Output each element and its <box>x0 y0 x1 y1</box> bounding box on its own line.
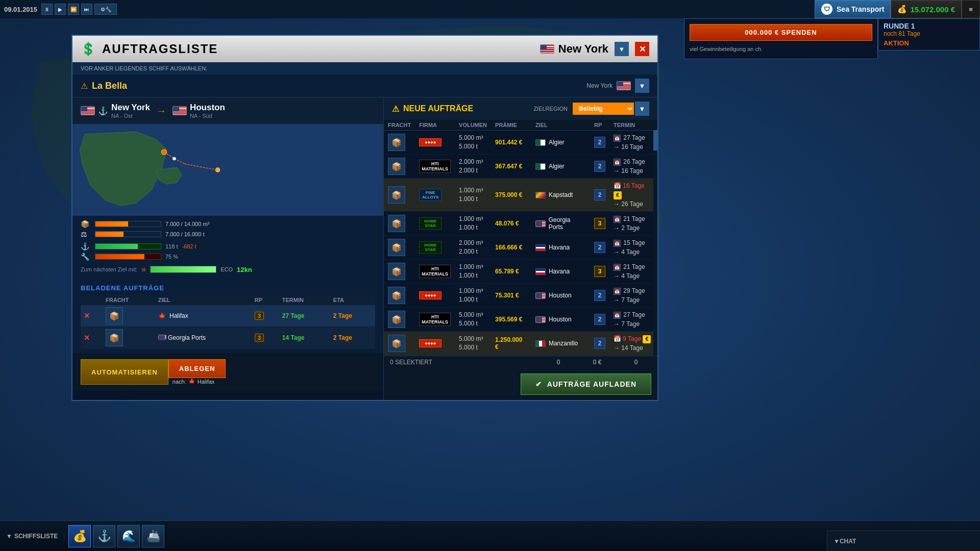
rp-col: 3 <box>252 305 279 327</box>
check-icon: ✔ <box>535 380 542 388</box>
company-badge: HTIMATERIALS <box>419 160 451 173</box>
new-orders-title: ⚠ NEUE AUFTRÄGE <box>392 104 528 114</box>
top-bar: 09.01.2015 ⏸ ▶ ⏩ ⏭ ⚙🔧 🛡 Sea Transport 💰 … <box>0 0 980 18</box>
new-order-row[interactable]: 📦 HTIMATERIALS 2.000 m³2.000 t 367.647 €… <box>384 155 657 179</box>
ablegen-button[interactable]: ABLEGEN <box>168 359 226 378</box>
ship-name: La Bella <box>92 81 582 91</box>
extra-values: 118 t -682 t <box>165 243 197 249</box>
company-badge: HOMESTAR <box>419 241 442 254</box>
new-order-row[interactable]: 📦 HTIMATERIALS 5.000 m³5.000 t 395.569 €… <box>384 308 657 332</box>
extra-bar-fill <box>95 244 138 249</box>
zielregion-select[interactable]: Beliebig NA - Nord Europa <box>573 103 634 115</box>
cargo-col: 📦 <box>103 305 155 327</box>
loaded-order-row[interactable]: ✕ 📦 Georgia Ports 3 14 Tage 2 Tage <box>81 327 375 349</box>
ablegen-dest-label: nach: <box>173 379 186 385</box>
order-company-cell: ●●●● <box>415 332 455 356</box>
order-premium-cell: 901.442 € <box>491 131 531 155</box>
toolbar-ship-icon[interactable]: ⚓ <box>93 525 115 547</box>
cargo-img: 📦 <box>388 134 405 151</box>
dest-flag <box>535 244 546 251</box>
fast-forward-button[interactable]: ⏩ <box>68 4 79 15</box>
termin-warn: 📅 16 Tage <box>614 182 645 189</box>
rp-number: 3 <box>594 218 605 229</box>
remove-col[interactable]: ✕ <box>81 305 103 327</box>
order-termin-cell: 📅 15 Tage→ 4 Tage <box>609 236 657 260</box>
ship-port-dropdown[interactable]: ▼ <box>635 79 649 93</box>
selected-premium: 0 € <box>582 359 612 366</box>
order-cargo-cell: 📦 <box>384 308 415 332</box>
order-premium-cell: 367.647 € <box>491 155 531 179</box>
order-premium-cell: 375.000 € <box>491 179 531 212</box>
eta-value: 2 Tage <box>333 334 352 341</box>
cargo-bar-fill <box>95 221 128 227</box>
new-order-row[interactable]: 📦 ●●●● 1.000 m³1.000 t 75.301 € Houston … <box>384 284 657 308</box>
ship-stats: 📦 7.000 / 14.000 m³ ⚖ 7.000 / 16.000 t <box>72 216 383 280</box>
scrollbar-thumb[interactable] <box>653 130 657 151</box>
new-order-row[interactable]: 📦 HTIMATERIALS 1.000 m³1.000 t 65.789 € … <box>384 260 657 284</box>
order-premium-cell: 75.301 € <box>491 284 531 308</box>
scrollbar-track[interactable] <box>653 120 657 356</box>
main-content: ⚓ New York NA - Ost → Houston NA - Süd <box>72 97 657 400</box>
schiffsliste-section: ▼ SCHIFFSLISTE <box>6 533 64 540</box>
toolbar-sea-icon[interactable]: 🌊 <box>117 525 140 547</box>
calendar-icon: 📅 <box>614 312 621 319</box>
rp-number: 2 <box>594 161 605 172</box>
cargo-bar <box>95 221 161 227</box>
close-modal-button[interactable]: ✕ <box>635 42 649 56</box>
remove-col[interactable]: ✕ <box>81 327 103 349</box>
order-volume-cell: 2.000 m³2.000 t <box>455 155 491 179</box>
route-destination: Houston NA - Süd <box>173 103 225 119</box>
toolbar-money-icon[interactable]: 💰 <box>68 525 91 547</box>
loaded-order-row[interactable]: ✕ 📦 🍁 Halifax 3 27 Tage 2 Tage <box>81 305 375 327</box>
new-order-row[interactable]: 📦 ●●●● 5.000 m³5.000 t 1.250.000 € Manza… <box>384 332 657 356</box>
dest-name: Halifax <box>169 312 188 319</box>
settings-button[interactable]: ⚙🔧 <box>94 4 117 15</box>
hamburger-menu-button[interactable]: ≡ <box>962 0 980 18</box>
zielregion-dropdown-arrow[interactable]: ▼ <box>635 102 649 116</box>
calendar-icon: 📅 <box>614 159 621 166</box>
remove-order-button[interactable]: ✕ <box>84 334 90 342</box>
order-cargo-cell: 📦 <box>384 212 415 236</box>
cargo-img: 📦 <box>388 311 405 328</box>
play-button[interactable]: ▶ <box>55 4 66 15</box>
th-ziel: ZIEL <box>531 120 590 131</box>
order-dest-cell: Havana <box>531 236 590 260</box>
termin-warn: 📅 9 Tage <box>614 335 641 342</box>
new-order-row[interactable]: 📦 HOMESTAR 1.000 m³1.000 t 48.076 € Geor… <box>384 212 657 236</box>
pause-button[interactable]: ⏸ <box>41 4 53 15</box>
speed-pct: 75 % <box>165 254 178 260</box>
aufladen-button[interactable]: ✔ AUFTRÄGE AUFLADEN <box>521 373 651 395</box>
company-badge: HTIMATERIALS <box>419 265 451 278</box>
dest-cell-inner: Houston <box>535 292 586 299</box>
chat-label: CHAT <box>840 538 856 545</box>
dest-flag <box>535 139 546 146</box>
skip-button[interactable]: ⏭ <box>81 4 92 15</box>
order-company-cell: ●●●● <box>415 284 455 308</box>
order-premium-cell: 166.666 € <box>491 236 531 260</box>
order-termin-cell: 📅 27 Tage→ 7 Tage <box>609 308 657 332</box>
new-order-row[interactable]: 📦 FINEALLOYS 1.000 m³1.000 t 375.000 € K… <box>384 179 657 212</box>
remove-order-button[interactable]: ✕ <box>84 312 90 320</box>
new-order-row[interactable]: 📦 ●●●● 5.000 m³5.000 t 901.442 € Algier … <box>384 131 657 155</box>
ablegen-city: Halifax <box>198 379 215 385</box>
company-badge: ●●●● <box>419 339 442 347</box>
city-dropdown-button[interactable]: ▼ <box>615 42 629 56</box>
svg-point-11 <box>173 157 176 160</box>
toolbar-transport-icon[interactable]: 🚢 <box>142 525 164 547</box>
order-premium-cell: 48.076 € <box>491 212 531 236</box>
order-dest-cell: Algier <box>531 155 590 179</box>
order-company-cell: HOMESTAR <box>415 236 455 260</box>
cargo-img: 📦 <box>388 287 405 304</box>
extra-bar <box>95 243 161 249</box>
bottom-buttons: AUTOMATISIEREN ABLEGEN nach: 🍁 Halifax <box>72 353 383 391</box>
loaded-orders-table: FRACHT ZIEL RP TERMIN ETA ✕ 📦 🍁 <box>81 295 375 349</box>
automatisieren-button[interactable]: AUTOMATISIEREN <box>81 359 168 385</box>
speed-bar <box>95 254 161 260</box>
new-order-row[interactable]: 📦 HOMESTAR 2.000 m³2.000 t 166.666 € Hav… <box>384 236 657 260</box>
rp-number: 3 <box>594 266 605 277</box>
spend-button[interactable]: 000.000 € SPENDEN <box>690 24 872 41</box>
ship-info: ⚠ La Bella New York ▼ <box>72 74 657 97</box>
dest-sub: NA - Süd <box>190 113 225 119</box>
speed-arrows-icon: » <box>141 265 146 274</box>
dest-flag <box>535 163 546 170</box>
